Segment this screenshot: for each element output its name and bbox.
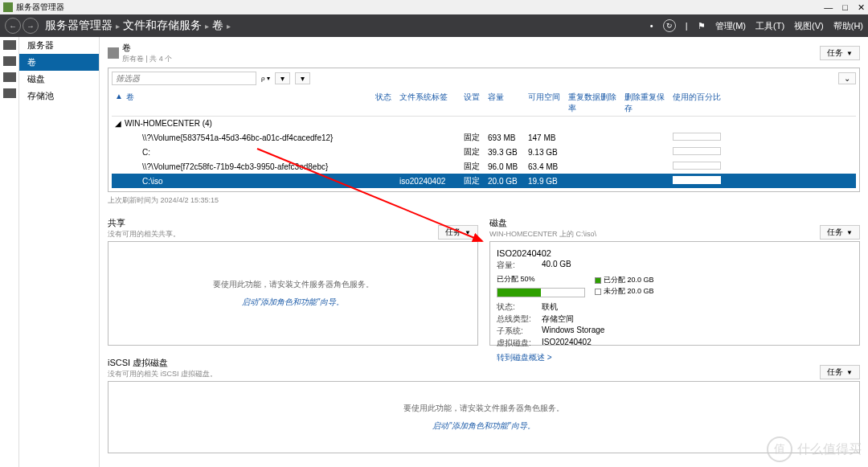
- disk-details: ISO20240402 容量:40.0 GB 已分配 50% 已分配 20.0 …: [489, 241, 860, 346]
- status-label: 状态:: [497, 301, 537, 313]
- col-setting[interactable]: 设置: [461, 92, 485, 114]
- disk-tasks-button[interactable]: 任务▼: [820, 225, 860, 240]
- window-title: 服务器管理器: [16, 2, 64, 13]
- refresh-icon[interactable]: ↻: [663, 19, 676, 32]
- cell-percent: [669, 133, 766, 142]
- last-refresh: 上次刷新时间为 2024/4/2 15:35:15: [108, 195, 860, 206]
- table-row[interactable]: C:固定39.3 GB9.13 GB: [112, 145, 856, 159]
- filter-input[interactable]: [112, 72, 256, 85]
- legend-alloc: 已分配 20.0 GB: [604, 275, 654, 285]
- maximize-button[interactable]: □: [842, 2, 848, 13]
- table-row[interactable]: \\?\Volume{f72c58fc-71b9-4cb3-9950-afefc…: [112, 159, 856, 174]
- flag-icon[interactable]: ⚑: [698, 21, 706, 31]
- sidebar-item-disks[interactable]: 磁盘: [19, 71, 99, 88]
- vhd-value: ISO20240402: [542, 338, 592, 349]
- table-row[interactable]: C:\isoiso20240402固定20.0 GB19.9 GB: [112, 174, 856, 188]
- col-volume[interactable]: 卷: [123, 92, 372, 114]
- col-capacity[interactable]: 容量: [485, 92, 525, 114]
- chevron-down-icon: ▼: [465, 229, 471, 236]
- subsys-value: Windows Storage: [542, 326, 604, 337]
- grid-group-row[interactable]: ◢ WIN-HOMECENTER (4): [112, 117, 856, 130]
- alloc-free: [541, 289, 584, 297]
- table-row[interactable]: \\?\Volume{5837541a-45d3-46bc-a01c-df4ca…: [112, 130, 856, 145]
- menu-manage[interactable]: 管理(M): [715, 20, 747, 32]
- minimize-button[interactable]: —: [824, 2, 833, 13]
- rail-icon[interactable]: [3, 40, 16, 50]
- alloc-bar: [497, 288, 585, 297]
- tasks-label: 任务: [827, 227, 843, 238]
- col-dedupsave[interactable]: 删除重复保存: [621, 92, 669, 114]
- legend-swatch-alloc: [595, 277, 601, 284]
- col-expand[interactable]: ▲: [112, 92, 123, 114]
- filter-btn-1[interactable]: ▾: [275, 72, 290, 84]
- sidebar-item-pools[interactable]: 存储池: [19, 88, 99, 104]
- iscsi-wizard-link[interactable]: 启动"添加角色和功能"向导。: [432, 420, 534, 432]
- close-button[interactable]: ✕: [858, 2, 865, 13]
- tasks-label: 任务: [445, 227, 461, 238]
- sidebar-item-servers[interactable]: 服务器: [19, 37, 99, 54]
- tasks-label: 任务: [827, 47, 843, 59]
- menu-tools[interactable]: 工具(T): [755, 20, 784, 32]
- cap-value: 40.0 GB: [542, 260, 571, 271]
- disk-subtitle: WIN-HOMECENTER 上的 C:\iso\: [489, 229, 596, 240]
- expand-btn[interactable]: ⌄: [838, 72, 856, 84]
- col-status[interactable]: 状态: [372, 92, 396, 114]
- legend-swatch-unalloc: [595, 289, 601, 295]
- cap-label: 容量:: [497, 260, 537, 271]
- cell-volume: \\?\Volume{5837541a-45d3-46bc-a01c-df4ca…: [123, 133, 372, 142]
- legend-unalloc: 未分配 20.0 GB: [604, 286, 654, 297]
- rail-icon[interactable]: [3, 88, 16, 98]
- chevron-down-icon: ▼: [846, 50, 853, 57]
- cell-volume: C:\iso: [123, 177, 372, 186]
- cell-percent: [669, 147, 766, 157]
- spacer: •: [650, 21, 653, 31]
- tasks-button[interactable]: 任务 ▼: [820, 46, 860, 60]
- crumb-app[interactable]: 服务器管理器: [45, 18, 113, 33]
- cell-free: 63.4 MB: [525, 162, 565, 171]
- sidebar-item-volumes[interactable]: 卷: [19, 54, 99, 71]
- iscsi-tasks-button[interactable]: 任务▼: [820, 365, 860, 379]
- volumes-title: 卷: [122, 42, 172, 54]
- cell-setting: 固定: [461, 146, 485, 158]
- share-wizard-link[interactable]: 启动"添加角色和功能"向导。: [242, 297, 344, 308]
- cell-capacity: 39.3 GB: [485, 148, 525, 157]
- rail-icon[interactable]: [3, 56, 16, 66]
- breadcrumb: 服务器管理器 ▸ 文件和存储服务 ▸ 卷 ▸: [45, 18, 231, 33]
- forward-button[interactable]: →: [23, 18, 39, 34]
- search-dropdown-icon[interactable]: ρ ▾: [261, 75, 270, 82]
- group-expander-icon: ◢: [115, 119, 121, 128]
- iscsi-title: iSCSI 虚拟磁盘: [108, 357, 217, 369]
- cell-capacity: 693 MB: [485, 133, 525, 142]
- share-tasks-button[interactable]: 任务▼: [438, 225, 478, 240]
- chevron-right-icon: ▸: [116, 22, 120, 31]
- cell-setting: 固定: [461, 161, 485, 172]
- cell-fslabel: iso20240402: [396, 177, 461, 186]
- cell-free: 147 MB: [525, 133, 565, 142]
- cell-volume: \\?\Volume{f72c58fc-71b9-4cb3-9950-afefc…: [123, 162, 372, 171]
- watermark-text: 什么值得买: [797, 441, 862, 458]
- disk-overview-link[interactable]: 转到磁盘概述 >: [497, 352, 853, 363]
- crumb-volumes[interactable]: 卷: [212, 18, 223, 33]
- col-fslabel[interactable]: 文件系统标签: [396, 92, 461, 114]
- filter-btn-2[interactable]: ▾: [295, 72, 310, 84]
- iscsi-msg: 要使用此功能，请安装文件服务器角色服务。: [403, 403, 564, 414]
- col-percent[interactable]: 使用的百分比: [669, 92, 766, 114]
- back-button[interactable]: ←: [5, 18, 21, 34]
- bus-label: 总线类型:: [497, 313, 537, 325]
- iscsi-placeholder: 要使用此功能，请安装文件服务器角色服务。 启动"添加角色和功能"向导。: [108, 381, 860, 453]
- chevron-right-icon: ▸: [205, 22, 209, 31]
- group-name: WIN-HOMECENTER (4): [125, 119, 212, 128]
- col-dedup[interactable]: 重复数据删除率: [565, 92, 621, 114]
- status-value: 联机: [542, 301, 558, 313]
- volumes-subtitle: 所有卷 | 共 4 个: [122, 54, 172, 64]
- volume-icon: [108, 47, 119, 59]
- crumb-fileservices[interactable]: 文件和存储服务: [123, 18, 202, 33]
- alloc-label: 已分配 50%: [497, 274, 585, 285]
- col-free[interactable]: 可用空间: [525, 92, 565, 114]
- menu-view[interactable]: 视图(V): [794, 20, 824, 32]
- disk-title: 磁盘: [489, 217, 596, 229]
- rail-icon[interactable]: [3, 72, 16, 82]
- iscsi-subtitle: 没有可用的相关 iSCSI 虚拟磁盘。: [108, 369, 217, 379]
- menu-help[interactable]: 帮助(H): [833, 20, 863, 32]
- cell-setting: 固定: [461, 132, 485, 143]
